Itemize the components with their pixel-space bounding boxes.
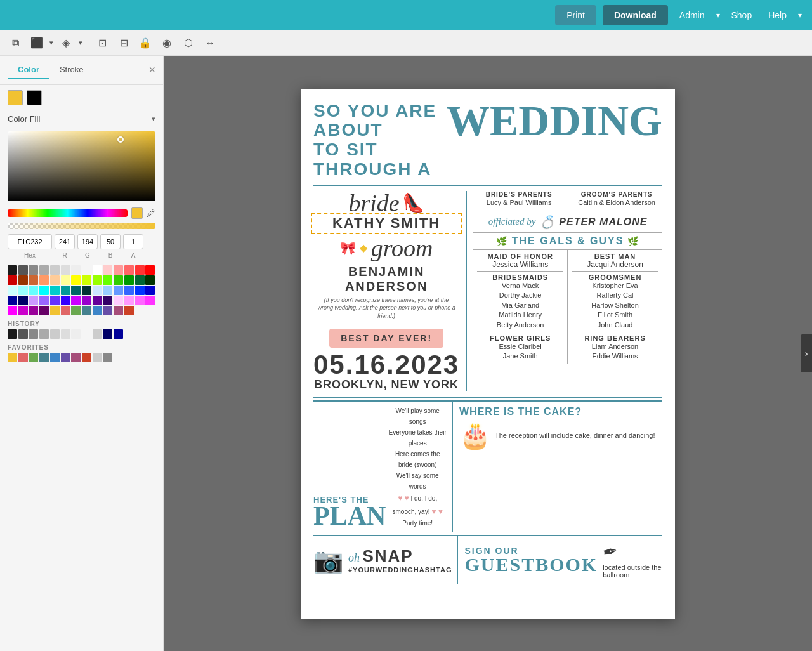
history-color-cell[interactable] xyxy=(50,329,60,339)
palette-color-cell[interactable] xyxy=(93,306,102,315)
palette-color-cell[interactable] xyxy=(145,296,155,305)
palette-color-cell[interactable] xyxy=(39,265,49,275)
palette-color-cell[interactable] xyxy=(29,296,38,305)
palette-color-cell[interactable] xyxy=(50,265,60,275)
palette-color-cell[interactable] xyxy=(18,265,28,275)
palette-color-cell[interactable] xyxy=(39,275,49,285)
crop-icon[interactable]: ⊡ xyxy=(93,34,111,52)
palette-color-cell[interactable] xyxy=(114,286,123,295)
palette-color-cell[interactable] xyxy=(71,306,81,315)
palette-color-cell[interactable] xyxy=(93,275,102,285)
fill-icon[interactable]: ◉ xyxy=(158,34,176,52)
palette-color-cell[interactable] xyxy=(71,275,81,285)
palette-color-cell[interactable] xyxy=(18,306,28,315)
history-color-cell[interactable] xyxy=(103,329,112,339)
palette-color-cell[interactable] xyxy=(50,275,60,285)
palette-color-cell[interactable] xyxy=(82,265,91,275)
tab-stroke[interactable]: Stroke xyxy=(49,61,94,79)
palette-color-cell[interactable] xyxy=(71,286,81,295)
favorite-color-cell[interactable] xyxy=(29,353,38,362)
favorite-color-cell[interactable] xyxy=(50,353,60,362)
history-color-cell[interactable] xyxy=(93,329,102,339)
palette-color-cell[interactable] xyxy=(135,275,145,285)
eyedropper-icon[interactable]: 🖉 xyxy=(147,208,155,218)
arrange-icon[interactable]: ◈ xyxy=(57,34,75,52)
palette-color-cell[interactable] xyxy=(124,265,134,275)
favorite-color-cell[interactable] xyxy=(8,353,17,362)
lock-icon[interactable]: 🔒 xyxy=(136,34,154,52)
help-link[interactable]: Help xyxy=(763,8,792,23)
shop-link[interactable]: Shop xyxy=(726,8,757,23)
layers-icon[interactable]: ⬛ xyxy=(28,34,46,52)
close-button[interactable]: × xyxy=(148,63,155,77)
palette-color-cell[interactable] xyxy=(145,265,155,275)
hex-input[interactable] xyxy=(8,234,52,249)
palette-color-cell[interactable] xyxy=(71,265,81,275)
palette-color-cell[interactable] xyxy=(29,275,38,285)
palette-color-cell[interactable] xyxy=(103,306,112,315)
palette-color-cell[interactable] xyxy=(61,265,70,275)
color-picker-gradient[interactable] xyxy=(8,131,155,201)
print-button[interactable]: Print xyxy=(555,5,596,25)
history-color-cell[interactable] xyxy=(82,329,91,339)
palette-color-cell[interactable] xyxy=(93,265,102,275)
b-input[interactable] xyxy=(100,234,121,249)
palette-color-cell[interactable] xyxy=(124,275,134,285)
favorite-color-cell[interactable] xyxy=(61,353,70,362)
palette-color-cell[interactable] xyxy=(103,286,112,295)
a-input[interactable] xyxy=(123,234,143,249)
palette-color-cell[interactable] xyxy=(39,296,49,305)
palette-color-cell[interactable] xyxy=(61,275,70,285)
palette-color-cell[interactable] xyxy=(8,286,17,295)
history-color-cell[interactable] xyxy=(39,329,49,339)
palette-color-cell[interactable] xyxy=(82,306,91,315)
r-input[interactable] xyxy=(55,234,75,249)
history-color-cell[interactable] xyxy=(18,329,28,339)
palette-color-cell[interactable] xyxy=(93,296,102,305)
palette-color-cell[interactable] xyxy=(135,265,145,275)
palette-color-cell[interactable] xyxy=(61,286,70,295)
favorite-color-cell[interactable] xyxy=(18,353,28,362)
palette-color-cell[interactable] xyxy=(29,306,38,315)
copy-icon[interactable]: ⧉ xyxy=(6,34,24,52)
palette-color-cell[interactable] xyxy=(18,296,28,305)
g-input[interactable] xyxy=(77,234,98,249)
palette-color-cell[interactable] xyxy=(61,296,70,305)
history-color-cell[interactable] xyxy=(8,329,17,339)
palette-color-cell[interactable] xyxy=(29,265,38,275)
palette-color-cell[interactable] xyxy=(103,296,112,305)
palette-color-cell[interactable] xyxy=(71,296,81,305)
mask-icon[interactable]: ⊟ xyxy=(115,34,133,52)
palette-color-cell[interactable] xyxy=(8,275,17,285)
expand-icon[interactable]: ↔ xyxy=(201,34,219,52)
admin-link[interactable]: Admin xyxy=(674,8,710,23)
palette-color-cell[interactable] xyxy=(124,286,134,295)
palette-color-cell[interactable] xyxy=(50,306,60,315)
download-button[interactable]: Download xyxy=(603,5,668,25)
palette-color-cell[interactable] xyxy=(39,286,49,295)
arrange-arrow[interactable]: ▾ xyxy=(79,39,82,47)
hue-bar[interactable] xyxy=(8,209,128,217)
palette-color-cell[interactable] xyxy=(124,306,134,315)
swatch-black[interactable] xyxy=(27,90,42,105)
history-color-cell[interactable] xyxy=(114,329,123,339)
palette-color-cell[interactable] xyxy=(82,275,91,285)
palette-color-cell[interactable] xyxy=(18,275,28,285)
palette-color-cell[interactable] xyxy=(103,265,112,275)
tab-color[interactable]: Color xyxy=(8,61,49,79)
transparency-bar[interactable] xyxy=(8,223,155,229)
history-color-cell[interactable] xyxy=(61,329,70,339)
palette-color-cell[interactable] xyxy=(82,296,91,305)
palette-color-cell[interactable] xyxy=(103,275,112,285)
flip-icon[interactable]: ⬡ xyxy=(180,34,197,52)
palette-color-cell[interactable] xyxy=(8,306,17,315)
palette-color-cell[interactable] xyxy=(114,296,123,305)
palette-color-cell[interactable] xyxy=(61,306,70,315)
palette-color-cell[interactable] xyxy=(124,296,134,305)
favorite-color-cell[interactable] xyxy=(93,353,102,362)
palette-color-cell[interactable] xyxy=(93,286,102,295)
palette-color-cell[interactable] xyxy=(8,265,17,275)
palette-color-cell[interactable] xyxy=(50,286,60,295)
palette-color-cell[interactable] xyxy=(8,296,17,305)
palette-color-cell[interactable] xyxy=(114,306,123,315)
